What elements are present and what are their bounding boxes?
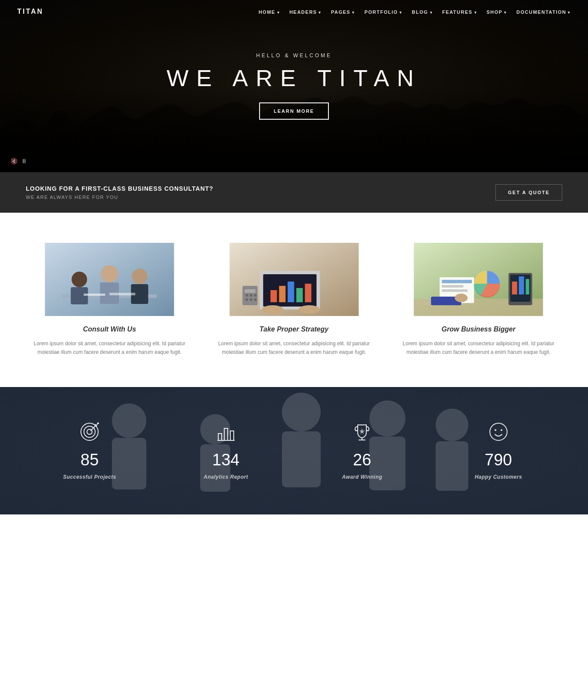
service-card-strategy: Take Proper Strategy Lorem ipsum dolor s… bbox=[210, 243, 378, 357]
stat-label-customers: Happy Customers bbox=[475, 474, 522, 480]
hero-learn-more-button[interactable]: LEARN MORE bbox=[259, 102, 329, 120]
svg-rect-62 bbox=[230, 431, 234, 440]
svg-rect-17 bbox=[305, 284, 311, 302]
svg-point-19 bbox=[298, 305, 320, 314]
services-grid: Consult With Us Lorem ipsum dolor sit am… bbox=[26, 243, 562, 357]
svg-point-66 bbox=[490, 423, 507, 440]
hero-content: HELLO & WELCOME WE ARE TITAN LEARN MORE bbox=[167, 53, 421, 120]
logo[interactable]: TITAN bbox=[17, 8, 43, 15]
svg-rect-41 bbox=[526, 279, 529, 294]
hero-section: HELLO & WELCOME WE ARE TITAN LEARN MORE … bbox=[0, 0, 588, 172]
stats-section: 85 Successful Projects 134 Analytics Rep… bbox=[0, 387, 588, 514]
service-title-strategy: Take Proper Strategy bbox=[210, 325, 378, 333]
get-quote-button[interactable]: GET A QUOTE bbox=[495, 184, 562, 201]
banner-text: LOOKING FOR A FIRST-CLASS BUSINESS CONSU… bbox=[26, 185, 214, 200]
stat-number-customers: 790 bbox=[485, 452, 512, 468]
nav-item-portfolio[interactable]: PORTFOLIO bbox=[365, 8, 402, 15]
bar-chart-icon bbox=[216, 421, 236, 446]
volume-icon[interactable]: 🔇 bbox=[10, 158, 18, 164]
svg-rect-16 bbox=[296, 288, 303, 302]
smiley-icon bbox=[488, 421, 509, 446]
banner-heading: LOOKING FOR A FIRST-CLASS BUSINESS CONSU… bbox=[26, 185, 214, 192]
svg-rect-15 bbox=[288, 282, 294, 302]
svg-rect-40 bbox=[519, 276, 524, 294]
stat-label-analytics: Analytics Report bbox=[204, 474, 248, 480]
svg-point-2 bbox=[71, 272, 87, 287]
stat-number-analytics: 134 bbox=[212, 452, 239, 468]
stat-number-awards: 26 bbox=[353, 452, 371, 468]
svg-point-36 bbox=[455, 294, 468, 302]
service-title-consult: Consult With Us bbox=[26, 325, 193, 333]
svg-point-24 bbox=[254, 294, 257, 297]
svg-point-25 bbox=[245, 298, 248, 301]
svg-point-68 bbox=[501, 429, 502, 431]
nav-item-home[interactable]: HOME bbox=[259, 8, 280, 15]
services-section: Consult With Us Lorem ipsum dolor sit am… bbox=[0, 213, 588, 387]
svg-rect-39 bbox=[512, 282, 517, 294]
service-title-grow: Grow Business Bigger bbox=[395, 325, 562, 333]
stat-item-analytics: 134 Analytics Report bbox=[162, 421, 290, 480]
hero-subtitle: HELLO & WELCOME bbox=[167, 53, 421, 59]
stats-grid: 85 Successful Projects 134 Analytics Rep… bbox=[26, 421, 562, 480]
service-image-strategy bbox=[210, 243, 378, 316]
hero-title: WE ARE TITAN bbox=[167, 66, 421, 90]
svg-rect-32 bbox=[442, 285, 464, 288]
svg-point-6 bbox=[132, 269, 147, 284]
svg-rect-13 bbox=[270, 290, 277, 302]
svg-point-4 bbox=[101, 265, 118, 282]
nav-item-pages[interactable]: PAGES bbox=[331, 8, 355, 15]
svg-rect-9 bbox=[109, 293, 135, 295]
nav-item-blog[interactable]: BLOG bbox=[412, 8, 433, 15]
svg-point-18 bbox=[262, 305, 283, 314]
svg-rect-33 bbox=[442, 289, 468, 292]
stat-item-projects: 85 Successful Projects bbox=[26, 421, 154, 480]
svg-point-67 bbox=[495, 429, 496, 431]
svg-rect-8 bbox=[84, 294, 105, 296]
service-desc-strategy: Lorem ipsum dolor sit amet, consectetur … bbox=[210, 339, 378, 357]
pause-icon[interactable]: ⏸ bbox=[21, 158, 27, 164]
service-desc-grow: Lorem ipsum dolor sit amet, consectetur … bbox=[395, 339, 562, 357]
svg-point-26 bbox=[250, 298, 252, 301]
stat-item-awards: 26 Award Winning bbox=[298, 421, 426, 480]
stat-item-customers: 790 Happy Customers bbox=[435, 421, 563, 480]
svg-rect-31 bbox=[442, 280, 472, 283]
svg-rect-61 bbox=[224, 428, 228, 440]
svg-rect-60 bbox=[218, 434, 222, 440]
svg-point-27 bbox=[254, 298, 257, 301]
stat-label-awards: Award Winning bbox=[342, 474, 382, 480]
banner-subtext: WE ARE ALWAYS HERE FOR YOU bbox=[26, 195, 214, 200]
stat-label-projects: Successful Projects bbox=[63, 474, 116, 480]
service-image-consult bbox=[26, 243, 193, 316]
target-icon bbox=[79, 421, 100, 446]
cta-banner: LOOKING FOR A FIRST-CLASS BUSINESS CONSU… bbox=[0, 172, 588, 213]
svg-rect-21 bbox=[244, 289, 255, 293]
nav-item-features[interactable]: FEATURES bbox=[442, 8, 477, 15]
trophy-icon bbox=[352, 421, 372, 446]
svg-point-59 bbox=[97, 422, 99, 424]
svg-point-23 bbox=[250, 294, 252, 297]
nav-item-shop[interactable]: SHOP bbox=[486, 8, 507, 15]
hero-controls: 🔇 ⏸ bbox=[10, 158, 27, 164]
nav-item-documentation[interactable]: DOCUMENTATION bbox=[517, 8, 571, 15]
nav-links: HOME HEADERS PAGES PORTFOLIO BLOG FEATUR… bbox=[259, 8, 571, 15]
nav-item-headers[interactable]: HEADERS bbox=[289, 8, 322, 15]
service-image-grow bbox=[395, 243, 562, 316]
stat-number-projects: 85 bbox=[80, 452, 99, 468]
service-card-consult: Consult With Us Lorem ipsum dolor sit am… bbox=[26, 243, 193, 357]
service-desc-consult: Lorem ipsum dolor sit amet, consectetur … bbox=[26, 339, 193, 357]
svg-rect-14 bbox=[279, 286, 285, 302]
svg-point-22 bbox=[245, 294, 248, 297]
navbar: TITAN HOME HEADERS PAGES PORTFOLIO BLOG … bbox=[0, 0, 588, 23]
service-card-grow: Grow Business Bigger Lorem ipsum dolor s… bbox=[395, 243, 562, 357]
